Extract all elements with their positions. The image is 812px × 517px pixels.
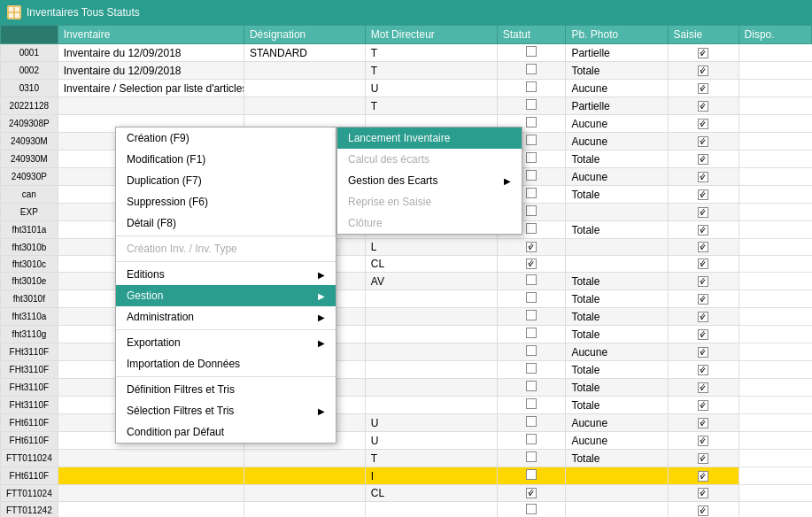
table-cell: U (365, 432, 497, 450)
table-cell: ✓ (668, 186, 739, 204)
table-row[interactable]: 20221128TPartielle✓ (1, 97, 812, 115)
svg-rect-1 (15, 7, 19, 12)
table-cell: ✓ (668, 273, 739, 290)
menu-condition-defaut[interactable]: Condition par Défaut (116, 421, 336, 443)
table-cell: Totale (566, 450, 668, 467)
menu-importation[interactable]: Importation de Données (116, 353, 336, 374)
menu-creation[interactable]: Création (F9) (116, 127, 336, 149)
table-cell: ✓ (668, 485, 739, 502)
gestion-submenu[interactable]: Lancement Inventaire Calcul des écarts G… (336, 127, 522, 235)
col-pb-photo[interactable]: Pb. Photo (566, 26, 668, 44)
table-row[interactable]: FTT011024CL✓✓ (1, 485, 812, 502)
table-row[interactable]: 0002Inventaire du 12/09/2018TTotale✓ (1, 62, 812, 80)
submenu-calcul[interactable]: Calcul des écarts (337, 149, 522, 170)
context-menu[interactable]: Création (F9) Modification (F1) Duplicat… (115, 127, 336, 444)
table-cell: ✓ (497, 256, 566, 273)
table-cell: FTT011024 (1, 485, 58, 502)
table-cell: Aucune (566, 133, 668, 150)
menu-selection-filtres[interactable]: Sélection Filtres et Tris ▶ (116, 400, 336, 421)
submenu-reprise[interactable]: Reprise en Saisie (337, 191, 522, 212)
svg-rect-0 (9, 7, 13, 12)
table-cell: ✓ (668, 204, 739, 221)
table-cell: Aucune (566, 80, 668, 97)
table-cell (566, 467, 668, 485)
table-row[interactable]: FTT011024TTotale✓ (1, 450, 812, 467)
table-cell: ✓ (668, 450, 739, 467)
table-cell: FTT011242 (1, 502, 58, 518)
table-cell: ✓ (668, 326, 739, 343)
table-cell: 0001 (1, 44, 58, 62)
table-cell (497, 343, 566, 361)
menu-duplication[interactable]: Duplication (F7) (116, 170, 336, 191)
table-cell: Totale (566, 273, 668, 290)
menu-exportation[interactable]: Exportation ▶ (116, 332, 336, 353)
table-cell (244, 80, 365, 97)
menu-gestion[interactable]: Gestion ▶ (116, 285, 336, 306)
menu-suppression[interactable]: Suppression (F6) (116, 191, 336, 212)
table-container: Inventaire Désignation Mot Directeur Sta… (0, 25, 812, 517)
menu-detail[interactable]: Détail (F8) (116, 212, 336, 234)
table-cell: Totale (566, 150, 668, 168)
col-saisie[interactable]: Saisie (668, 26, 739, 44)
table-row[interactable]: FHt6110FI✓ (1, 467, 812, 485)
submenu-gestion-ecarts[interactable]: Gestion des Ecarts ▶ (337, 170, 522, 191)
table-cell (365, 361, 497, 379)
table-cell (497, 290, 566, 308)
menu-administration[interactable]: Administration ▶ (116, 306, 336, 328)
table-cell (365, 502, 497, 518)
submenu-cloture[interactable]: Clôture (337, 212, 522, 234)
window-title: Inventaires Tous Statuts (27, 6, 140, 19)
table-cell: EXP (1, 204, 58, 221)
table-cell: Aucune (566, 414, 668, 432)
table-cell: I (365, 467, 497, 485)
col-mot-directeur[interactable]: Mot Directeur (365, 26, 497, 44)
table-cell: Inventaire / Selection par liste d'artic… (58, 80, 244, 97)
table-cell (58, 467, 244, 485)
table-cell: ✓ (668, 343, 739, 361)
table-cell (365, 397, 497, 414)
table-cell: ✓ (497, 239, 566, 256)
table-cell: ✓ (668, 361, 739, 379)
menu-gestion-label: Gestion (127, 289, 163, 302)
table-cell: T (365, 450, 497, 467)
table-cell: Aucune (566, 168, 668, 186)
menu-editions[interactable]: Editions ▶ (116, 264, 336, 285)
table-row[interactable]: 0310Inventaire / Selection par liste d'a… (1, 80, 812, 97)
table-cell: ✓ (668, 80, 739, 97)
menu-exportation-label: Exportation (127, 336, 181, 349)
table-row[interactable]: 0001Inventaire du 12/09/2018STANDARDTPar… (1, 44, 812, 62)
table-cell (497, 379, 566, 397)
table-cell: ✓ (668, 62, 739, 80)
selection-filtres-arrow: ▶ (318, 406, 325, 416)
table-cell: fht3110g (1, 326, 58, 343)
col-inventaire[interactable]: Inventaire (58, 26, 244, 44)
gestion-ecarts-arrow: ▶ (504, 176, 511, 186)
menu-modification[interactable]: Modification (F1) (116, 149, 336, 170)
table-cell (566, 485, 668, 502)
table-cell: FHt6110F (1, 467, 58, 485)
title-bar: Inventaires Tous Statuts (0, 0, 812, 25)
menu-detail-label: Détail (F8) (127, 217, 176, 229)
col-dispo[interactable]: Dispo. (739, 26, 811, 44)
exportation-arrow: ▶ (318, 338, 325, 348)
menu-definition-filtres[interactable]: Définition Filtres et Tris (116, 379, 336, 400)
table-cell (497, 450, 566, 467)
table-cell (244, 485, 365, 502)
submenu-calcul-label: Calcul des écarts (348, 153, 429, 166)
col-designation[interactable]: Désignation (244, 26, 365, 44)
table-cell: ✓ (668, 239, 739, 256)
table-cell (497, 44, 566, 62)
table-cell: FHt3110F (1, 397, 58, 414)
table-cell: Totale (566, 62, 668, 80)
submenu-lancement[interactable]: Lancement Inventaire (337, 127, 522, 149)
menu-editions-label: Editions (127, 268, 165, 281)
table-cell: U (365, 80, 497, 97)
table-cell: Partielle (566, 97, 668, 115)
table-row[interactable]: FTT011242✓ (1, 502, 812, 518)
table-cell: ✓ (668, 502, 739, 518)
col-statut[interactable]: Statut (497, 26, 566, 44)
table-cell: Aucune (566, 432, 668, 450)
table-cell (497, 397, 566, 414)
menu-creation-inv[interactable]: Création Inv. / Inv. Type (116, 238, 336, 259)
submenu-lancement-label: Lancement Inventaire (348, 132, 450, 144)
